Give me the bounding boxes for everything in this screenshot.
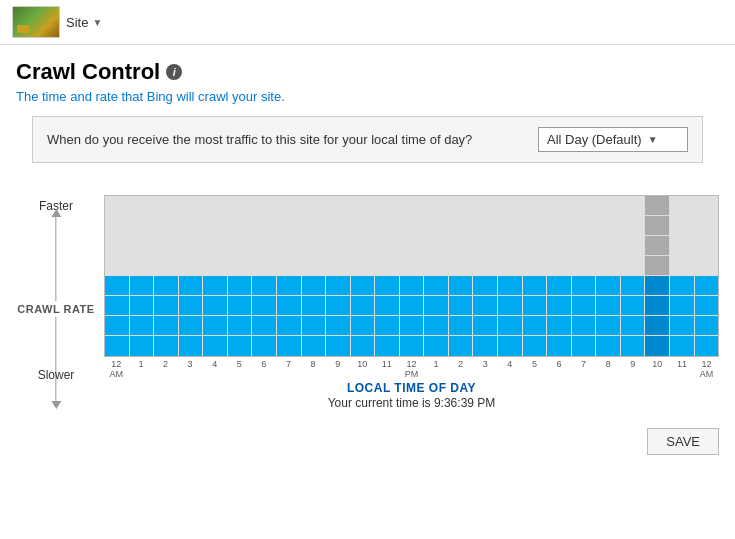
grid-cell[interactable]	[203, 276, 228, 296]
grid-cell[interactable]	[375, 296, 400, 316]
grid-cell[interactable]	[252, 236, 277, 256]
grid-cell[interactable]	[105, 256, 130, 276]
grid-cell[interactable]	[228, 216, 253, 236]
grid-cell[interactable]	[130, 316, 155, 336]
grid-cell[interactable]	[498, 316, 523, 336]
grid-cell[interactable]	[596, 316, 621, 336]
grid-cell[interactable]	[695, 196, 719, 216]
grid-cell[interactable]	[621, 196, 646, 216]
grid-cell[interactable]	[375, 196, 400, 216]
grid-cell[interactable]	[154, 296, 179, 316]
grid-cell[interactable]	[670, 256, 695, 276]
grid-cell[interactable]	[302, 316, 327, 336]
grid-cell[interactable]	[449, 256, 474, 276]
grid-cell[interactable]	[179, 296, 204, 316]
grid-cell[interactable]	[203, 236, 228, 256]
grid-cell[interactable]	[572, 236, 597, 256]
grid-cell[interactable]	[228, 276, 253, 296]
grid-cell[interactable]	[154, 256, 179, 276]
grid-cell[interactable]	[179, 196, 204, 216]
grid-cell[interactable]	[277, 256, 302, 276]
grid-cell[interactable]	[375, 316, 400, 336]
grid-cell[interactable]	[400, 336, 425, 356]
grid-cell[interactable]	[154, 276, 179, 296]
grid-cell[interactable]	[277, 296, 302, 316]
grid-cell[interactable]	[179, 236, 204, 256]
grid-cell[interactable]	[130, 336, 155, 356]
grid-cell[interactable]	[351, 216, 376, 236]
grid-cell[interactable]	[523, 216, 548, 236]
grid-cell[interactable]	[351, 196, 376, 216]
grid-cell[interactable]	[523, 316, 548, 336]
grid-cell[interactable]	[203, 216, 228, 236]
grid-cell[interactable]	[130, 276, 155, 296]
grid-cell[interactable]	[228, 316, 253, 336]
grid-cell[interactable]	[105, 196, 130, 216]
grid-cell[interactable]	[400, 236, 425, 256]
grid-cell[interactable]	[351, 256, 376, 276]
grid-cell[interactable]	[621, 276, 646, 296]
grid-cell[interactable]	[424, 196, 449, 216]
grid-cell[interactable]	[498, 336, 523, 356]
grid-cell[interactable]	[596, 336, 621, 356]
grid-cell[interactable]	[252, 316, 277, 336]
grid-cell[interactable]	[572, 196, 597, 216]
grid-cell[interactable]	[695, 296, 719, 316]
grid-cell[interactable]	[645, 296, 670, 316]
grid-cell[interactable]	[473, 316, 498, 336]
grid-cell[interactable]	[498, 296, 523, 316]
grid-cell[interactable]	[473, 216, 498, 236]
grid-cell[interactable]	[302, 216, 327, 236]
grid-cell[interactable]	[375, 336, 400, 356]
grid-cell[interactable]	[621, 316, 646, 336]
grid-cell[interactable]	[326, 236, 351, 256]
grid-cell[interactable]	[302, 276, 327, 296]
grid-cell[interactable]	[596, 216, 621, 236]
grid-cell[interactable]	[424, 236, 449, 256]
grid-cell[interactable]	[351, 276, 376, 296]
grid-cell[interactable]	[130, 256, 155, 276]
grid-cell[interactable]	[252, 196, 277, 216]
grid-cell[interactable]	[572, 336, 597, 356]
grid-cell[interactable]	[105, 296, 130, 316]
grid-cell[interactable]	[645, 236, 670, 256]
grid-cell[interactable]	[547, 276, 572, 296]
grid-cell[interactable]	[154, 216, 179, 236]
grid-cell[interactable]	[375, 256, 400, 276]
grid-cell[interactable]	[277, 316, 302, 336]
grid-cell[interactable]	[277, 196, 302, 216]
grid-cell[interactable]	[424, 296, 449, 316]
grid-cell[interactable]	[670, 316, 695, 336]
grid-cell[interactable]	[498, 256, 523, 276]
grid-cell[interactable]	[105, 276, 130, 296]
grid-cell[interactable]	[326, 276, 351, 296]
grid-cell[interactable]	[523, 236, 548, 256]
grid-cell[interactable]	[596, 276, 621, 296]
grid-cell[interactable]	[105, 236, 130, 256]
grid-cell[interactable]	[596, 256, 621, 276]
grid-cell[interactable]	[695, 316, 719, 336]
site-dropdown[interactable]: Site ▼	[66, 15, 102, 30]
grid-cell[interactable]	[105, 216, 130, 236]
grid-cell[interactable]	[498, 196, 523, 216]
grid-cell[interactable]	[130, 236, 155, 256]
grid-cell[interactable]	[449, 216, 474, 236]
grid-cell[interactable]	[449, 316, 474, 336]
grid-cell[interactable]	[547, 216, 572, 236]
grid-cell[interactable]	[351, 336, 376, 356]
grid-cell[interactable]	[203, 196, 228, 216]
grid-cell[interactable]	[498, 236, 523, 256]
grid-cell[interactable]	[228, 336, 253, 356]
grid-cell[interactable]	[302, 336, 327, 356]
grid-cell[interactable]	[473, 196, 498, 216]
grid-cell[interactable]	[449, 296, 474, 316]
grid-cell[interactable]	[228, 196, 253, 216]
grid-cell[interactable]	[547, 256, 572, 276]
grid-cell[interactable]	[670, 296, 695, 316]
traffic-select[interactable]: All Day (Default) ▼	[538, 127, 688, 152]
grid-cell[interactable]	[252, 336, 277, 356]
grid-cell[interactable]	[326, 256, 351, 276]
grid-cell[interactable]	[547, 296, 572, 316]
grid-cell[interactable]	[400, 276, 425, 296]
grid-cell[interactable]	[547, 236, 572, 256]
